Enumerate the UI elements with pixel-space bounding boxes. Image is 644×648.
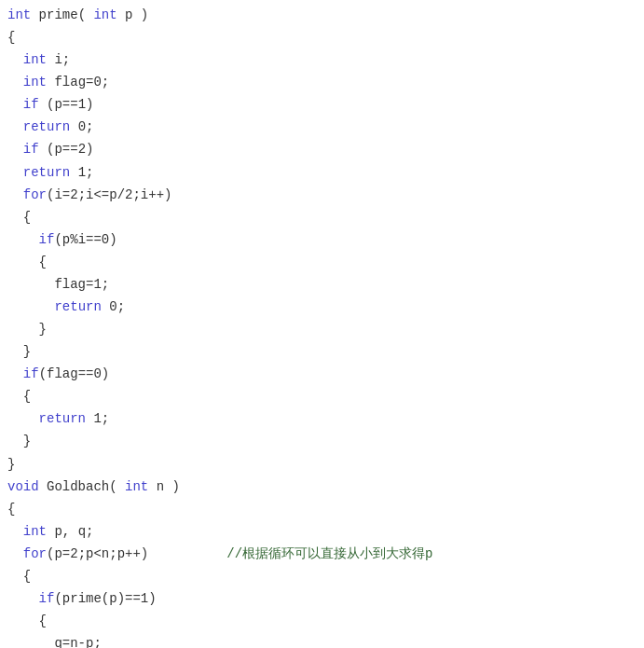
code-line: { xyxy=(0,251,644,273)
code-line: return 0; xyxy=(0,296,644,318)
code-line: int i; xyxy=(0,48,644,71)
code-line: } xyxy=(0,453,644,476)
code-line: void Goldbach( int n ) xyxy=(0,476,644,498)
code-line: int prime( int p ) xyxy=(0,4,644,26)
code-line: { xyxy=(0,498,644,520)
code-line: q=n-p; xyxy=(0,632,644,648)
code-line: if(prime(p)==1) xyxy=(0,587,644,610)
code-line: int flag=0; xyxy=(0,71,644,93)
code-line: if(p%i==0) xyxy=(0,228,644,251)
code-line: } xyxy=(0,430,644,452)
code-line: for(p=2;p<n;p++) //根据循环可以直接从小到大求得p xyxy=(0,543,644,565)
code-line: return 1; xyxy=(0,407,644,430)
code-line: } xyxy=(0,318,644,340)
code-line: { xyxy=(0,26,644,48)
code-line: { xyxy=(0,206,644,228)
code-line: } xyxy=(0,340,644,363)
code-line: for(i=2;i<=p/2;i++) xyxy=(0,184,644,206)
code-line: if (p==2) xyxy=(0,138,644,160)
code-line: int p, q; xyxy=(0,520,644,543)
code-line: if(flag==0) xyxy=(0,363,644,385)
code-line: return 1; xyxy=(0,161,644,184)
code-line: { xyxy=(0,565,644,587)
code-line: { xyxy=(0,385,644,407)
code-line: flag=1; xyxy=(0,273,644,296)
code-line: if (p==1) xyxy=(0,93,644,116)
code-line: return 0; xyxy=(0,116,644,138)
code-block: int prime( int p ){ int i; int flag=0; i… xyxy=(0,0,644,648)
code-line: { xyxy=(0,610,644,632)
